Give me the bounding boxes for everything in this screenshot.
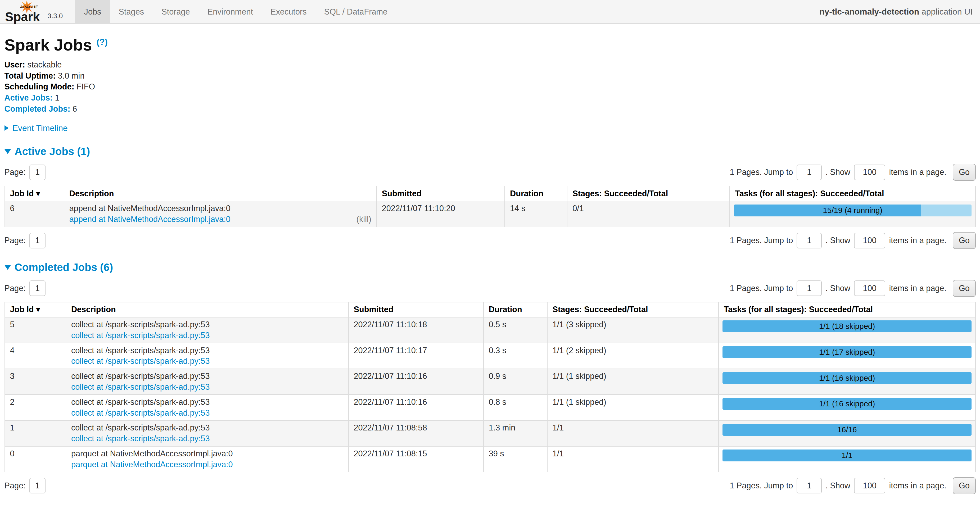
table-row: 5 collect at /spark-scripts/spark-ad.py:… <box>5 317 976 343</box>
page-number-input[interactable] <box>29 165 46 180</box>
page-label: Page: <box>5 284 25 293</box>
completed-jobs-heading[interactable]: Completed Jobs (6) <box>5 261 976 273</box>
items-label: items in a page. <box>889 167 947 177</box>
page-number-input[interactable] <box>29 280 46 296</box>
table-row: 6 append at NativeMethodAccessorImpl.jav… <box>5 201 976 227</box>
collapse-icon <box>5 149 11 154</box>
completed-jobs-link[interactable]: Completed Jobs: <box>5 104 70 113</box>
page-label: Page: <box>5 481 25 491</box>
job-description-link[interactable]: collect at /spark-scripts/spark-ad.py:53 <box>71 408 210 418</box>
expand-icon <box>5 125 9 131</box>
job-description-link[interactable]: collect at /spark-scripts/spark-ad.py:53 <box>71 382 210 392</box>
page-number-input[interactable] <box>29 478 46 494</box>
page-number-input[interactable] <box>29 233 46 248</box>
application-name: ny-tlc-anomaly-detection application UI <box>819 0 980 23</box>
tasks-progress-bar: 15/19 (4 running) <box>734 205 972 216</box>
col-tasks[interactable]: Tasks (for all stages): Succeeded/Total <box>730 186 975 201</box>
jump-to-page-input[interactable] <box>797 280 821 296</box>
items-label: items in a page. <box>889 284 947 293</box>
tasks-progress-bar: 1/1 (17 skipped) <box>722 346 972 358</box>
kill-job-link[interactable]: (kill) <box>356 214 371 224</box>
pages-jump-label: 1 Pages. Jump to <box>730 236 793 245</box>
active-jobs-link[interactable]: Active Jobs: <box>5 93 52 102</box>
col-description[interactable]: Description <box>66 302 348 317</box>
go-button[interactable]: Go <box>953 280 976 297</box>
nav-tabs: Jobs Stages Storage Environment Executor… <box>75 0 396 23</box>
job-id-cell: 0 <box>5 446 66 472</box>
job-stages-cell: 1/1 (1 skipped) <box>547 369 719 395</box>
progress-label: 1/1 (18 skipped) <box>722 321 972 332</box>
job-duration-cell: 14 s <box>505 201 567 227</box>
items-per-page-input[interactable] <box>854 478 885 494</box>
job-description-link[interactable]: collect at /spark-scripts/spark-ad.py:53 <box>71 356 210 366</box>
items-label: items in a page. <box>889 481 947 491</box>
job-submitted-cell: 2022/11/07 11:10:18 <box>348 317 484 343</box>
table-row: 1 collect at /spark-scripts/spark-ad.py:… <box>5 420 976 446</box>
summary-list: User: stackable Total Uptime: 3.0 min Sc… <box>5 60 976 113</box>
col-submitted[interactable]: Submitted <box>348 302 484 317</box>
progress-label: 15/19 (4 running) <box>734 205 972 216</box>
active-jobs-heading[interactable]: Active Jobs (1) <box>5 146 976 158</box>
job-description-link[interactable]: parquet at NativeMethodAccessorImpl.java… <box>71 460 233 469</box>
job-description-cell: append at NativeMethodAccessorImpl.java:… <box>64 201 377 227</box>
tasks-progress-bar: 1/1 (16 skipped) <box>722 398 972 410</box>
spark-logo[interactable]: APACHE Spark <box>5 0 45 24</box>
job-id-cell: 4 <box>5 343 66 369</box>
items-per-page-input[interactable] <box>854 165 885 180</box>
job-description-link[interactable]: collect at /spark-scripts/spark-ad.py:53 <box>71 434 210 443</box>
help-link[interactable]: (?) <box>97 37 108 47</box>
job-stages-cell: 1/1 (2 skipped) <box>547 343 719 369</box>
col-tasks[interactable]: Tasks (for all stages): Succeeded/Total <box>719 302 975 317</box>
summary-user: User: stackable <box>5 60 976 69</box>
jump-to-page-input[interactable] <box>797 478 821 494</box>
table-header-row: Job Id ▾ Description Submitted Duration … <box>5 186 976 201</box>
items-per-page-input[interactable] <box>854 280 885 296</box>
tasks-progress-bar: 1/1 <box>722 449 972 461</box>
job-tasks-cell: 16/16 <box>719 420 975 446</box>
show-label: . Show <box>826 284 850 293</box>
pages-jump-label: 1 Pages. Jump to <box>730 284 793 293</box>
go-button[interactable]: Go <box>953 232 976 249</box>
tab-environment[interactable]: Environment <box>199 0 262 23</box>
go-button[interactable]: Go <box>953 477 976 494</box>
tab-sql-dataframe[interactable]: SQL / DataFrame <box>315 0 396 23</box>
job-stages-cell: 0/1 <box>567 201 730 227</box>
active-jobs-table: Job Id ▾ Description Submitted Duration … <box>5 186 976 227</box>
event-timeline-toggle[interactable]: Event Timeline <box>5 123 976 133</box>
jump-to-page-input[interactable] <box>797 165 821 180</box>
items-per-page-input[interactable] <box>854 233 885 248</box>
col-description[interactable]: Description <box>64 186 377 201</box>
tab-storage[interactable]: Storage <box>153 0 199 23</box>
job-tasks-cell: 1/1 (18 skipped) <box>719 317 975 343</box>
job-stages-cell: 1/1 <box>547 446 719 472</box>
col-job-id[interactable]: Job Id ▾ <box>5 186 64 201</box>
job-description-link[interactable]: collect at /spark-scripts/spark-ad.py:53 <box>71 331 210 340</box>
col-job-id[interactable]: Job Id ▾ <box>5 302 66 317</box>
tab-stages[interactable]: Stages <box>110 0 153 23</box>
col-duration[interactable]: Duration <box>505 186 567 201</box>
col-stages[interactable]: Stages: Succeeded/Total <box>547 302 719 317</box>
application-name-strong: ny-tlc-anomaly-detection <box>819 7 919 16</box>
tab-executors[interactable]: Executors <box>262 0 315 23</box>
job-description-link[interactable]: append at NativeMethodAccessorImpl.java:… <box>69 214 231 224</box>
table-row: 2 collect at /spark-scripts/spark-ad.py:… <box>5 394 976 420</box>
table-row: 0 parquet at NativeMethodAccessorImpl.ja… <box>5 446 976 472</box>
items-label: items in a page. <box>889 236 947 245</box>
col-submitted[interactable]: Submitted <box>377 186 505 201</box>
job-id-cell: 6 <box>5 201 64 227</box>
show-label: . Show <box>826 236 850 245</box>
summary-uptime: Total Uptime: 3.0 min <box>5 72 976 80</box>
page-title: Spark Jobs (?) <box>5 33 976 54</box>
col-stages[interactable]: Stages: Succeeded/Total <box>567 186 730 201</box>
job-id-cell: 5 <box>5 317 66 343</box>
progress-label: 1/1 (16 skipped) <box>722 372 972 384</box>
job-tasks-cell: 1/1 (17 skipped) <box>719 343 975 369</box>
tab-jobs[interactable]: Jobs <box>75 0 110 23</box>
job-description-cell: parquet at NativeMethodAccessorImpl.java… <box>66 446 348 472</box>
go-button[interactable]: Go <box>953 164 976 181</box>
job-id-cell: 1 <box>5 420 66 446</box>
pages-jump-label: 1 Pages. Jump to <box>730 167 793 177</box>
job-tasks-cell: 1/1 <box>719 446 975 472</box>
col-duration[interactable]: Duration <box>484 302 547 317</box>
jump-to-page-input[interactable] <box>797 233 821 248</box>
